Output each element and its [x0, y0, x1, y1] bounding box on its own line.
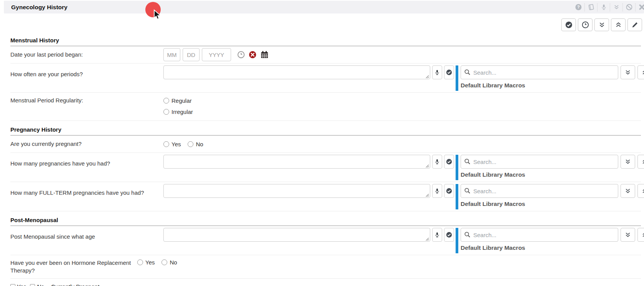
macro-search-input[interactable] — [461, 155, 618, 169]
field-label: How many FULL-TERM pregnancies have you … — [10, 184, 163, 197]
macro-search — [461, 184, 618, 198]
close-icon[interactable] — [636, 4, 644, 10]
day-input[interactable] — [183, 48, 200, 61]
macro-library-row[interactable]: Default Library Macros — [461, 80, 644, 91]
macro-library-label: Default Library Macros — [461, 244, 525, 251]
radio-no[interactable] — [188, 141, 193, 147]
field-row-fullterm-count: How many FULL-TERM pregnancies have you … — [10, 182, 641, 211]
macro-library-row[interactable]: Default Library Macros — [461, 199, 644, 209]
macro-expand-button[interactable] — [621, 184, 635, 198]
confirm-button[interactable] — [444, 65, 454, 79]
year-input[interactable] — [202, 48, 231, 61]
dictate-button[interactable] — [432, 184, 442, 198]
chevron-double-down-icon — [624, 69, 631, 76]
collapse-all-button[interactable] — [611, 18, 626, 31]
macro-search-input[interactable] — [461, 184, 618, 198]
radio-option-no[interactable]: No — [188, 141, 203, 147]
radio-option-yes[interactable]: Yes — [163, 141, 181, 147]
microphone-icon[interactable] — [597, 4, 610, 10]
pencil-icon — [631, 21, 639, 28]
answer-textarea[interactable] — [163, 155, 430, 169]
chevron-double-up-icon — [641, 187, 644, 194]
chevron-double-down-icon — [624, 231, 631, 238]
checkbox-group-label: Currently Pregnant — [51, 283, 100, 286]
titlebar-icons — [572, 3, 644, 12]
dictate-button[interactable] — [432, 228, 442, 242]
checkbox-label-yes: Yes — [17, 283, 26, 286]
checkbox-label-no: No — [37, 283, 44, 286]
macro-library-row[interactable]: Default Library Macros — [461, 243, 644, 253]
resize-grip-icon[interactable] — [426, 164, 429, 168]
radio-irregular[interactable] — [163, 109, 169, 115]
radio-regular[interactable] — [163, 98, 169, 104]
dictate-button[interactable] — [432, 155, 442, 169]
search-icon — [464, 158, 471, 165]
answer-textarea[interactable] — [163, 65, 430, 79]
macro-expand-button[interactable] — [621, 228, 635, 242]
dictate-button[interactable] — [432, 65, 442, 79]
resize-grip-icon[interactable] — [426, 75, 429, 79]
form-body: Menstrual History Date your last period … — [10, 34, 641, 286]
currently-pregnant-checkbox-row: Yes No Currently Pregnant — [10, 279, 641, 286]
radio-label: Yes — [171, 141, 181, 147]
calendar-button[interactable] — [260, 50, 269, 59]
triangle-up-icon[interactable] — [642, 246, 644, 250]
ban-icon[interactable] — [623, 4, 635, 10]
chevron-double-up-icon — [641, 231, 644, 238]
time-button[interactable] — [237, 51, 245, 59]
resize-grip-icon[interactable] — [426, 237, 429, 241]
confirm-button[interactable] — [444, 228, 454, 242]
check-all-button[interactable] — [561, 18, 576, 31]
month-input[interactable] — [163, 48, 180, 61]
chevron-double-down-icon — [624, 187, 631, 194]
macro-library-label: Default Library Macros — [461, 171, 525, 178]
help-icon[interactable] — [572, 4, 584, 10]
check-circle-icon — [446, 188, 452, 194]
macro-collapse-button[interactable] — [637, 184, 644, 198]
clear-date-button[interactable] — [249, 51, 256, 59]
section-heading-menstrual: Menstrual History — [10, 34, 641, 46]
edit-button[interactable] — [627, 18, 642, 31]
radio-label: No — [196, 141, 203, 147]
chevron-double-up-icon — [641, 69, 644, 76]
macro-collapse-button[interactable] — [637, 155, 644, 169]
search-icon — [464, 187, 471, 194]
titlebar: Gynecology History — [4, 1, 644, 13]
checkbox-no[interactable] — [30, 284, 35, 286]
resize-grip-icon[interactable] — [426, 194, 429, 197]
triangle-up-icon[interactable] — [642, 173, 644, 177]
page-title: Gynecology History — [11, 4, 67, 11]
radio-option-irregular[interactable]: Irregular — [163, 109, 193, 115]
radio-label: Yes — [145, 259, 155, 266]
radio-label: Irregular — [171, 109, 193, 115]
radio-yes[interactable] — [163, 141, 169, 147]
field-row-hormone-replacement: Have you ever been on Hormone Replacemen… — [10, 255, 641, 279]
radio-label: Regular — [171, 97, 192, 104]
radio-option-regular[interactable]: Regular — [163, 97, 193, 104]
triangle-up-icon[interactable] — [642, 202, 644, 206]
book-icon[interactable] — [585, 4, 597, 10]
clock-icon — [582, 21, 589, 28]
macro-search — [461, 155, 618, 169]
triangle-up-icon[interactable] — [642, 84, 644, 87]
macro-collapse-button[interactable] — [637, 65, 644, 79]
microphone-icon — [434, 188, 440, 194]
macro-search-input[interactable] — [461, 65, 618, 79]
expand-all-button[interactable] — [594, 18, 609, 31]
radio-yes[interactable] — [137, 259, 143, 265]
macro-collapse-button[interactable] — [637, 228, 644, 242]
checkbox-yes[interactable] — [10, 284, 15, 286]
radio-option-yes[interactable]: Yes — [137, 259, 155, 266]
radio-option-no[interactable]: No — [161, 259, 177, 266]
answer-textarea[interactable] — [163, 228, 430, 242]
confirm-button[interactable] — [444, 184, 454, 198]
radio-no[interactable] — [161, 259, 167, 265]
macro-search-input[interactable] — [461, 228, 618, 242]
macro-expand-button[interactable] — [621, 155, 635, 169]
chevron-double-down-icon[interactable] — [610, 4, 622, 10]
answer-textarea[interactable] — [163, 184, 430, 198]
history-button[interactable] — [578, 18, 592, 31]
macro-library-row[interactable]: Default Library Macros — [461, 169, 644, 180]
confirm-button[interactable] — [444, 155, 454, 169]
macro-expand-button[interactable] — [621, 65, 635, 79]
